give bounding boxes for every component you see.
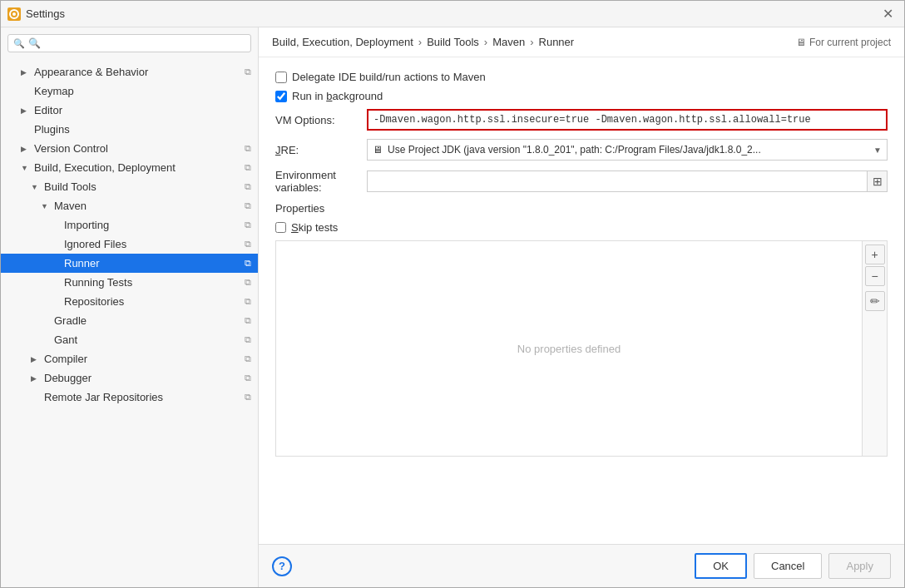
copy-icon: ⧉ bbox=[245, 296, 251, 307]
delegate-row: Delegate IDE build/run actions to Maven bbox=[275, 71, 888, 83]
sidebar-item-label: Editor bbox=[34, 104, 251, 116]
jre-select[interactable]: 🖥 Use Project JDK (java version "1.8.0_2… bbox=[367, 139, 888, 161]
copy-icon: ⧉ bbox=[245, 181, 251, 192]
remove-property-button[interactable]: − bbox=[865, 266, 885, 286]
jre-label: JRE: bbox=[275, 144, 367, 156]
sidebar-item-running-tests[interactable]: Running Tests ⧉ bbox=[1, 273, 258, 292]
settings-window: Settings ✕ 🔍 ▶ Appearance & Behavior ⧉ bbox=[0, 0, 905, 588]
sidebar-item-maven[interactable]: ▼ Maven ⧉ bbox=[1, 196, 258, 215]
no-properties-text: No properties defined bbox=[276, 241, 862, 456]
arrow-icon: ▶ bbox=[31, 355, 41, 363]
vm-options-row: VM Options: bbox=[275, 109, 888, 131]
copy-icon: ⧉ bbox=[245, 200, 251, 211]
arrow-icon: ▶ bbox=[21, 145, 31, 153]
sidebar-item-label: Build, Execution, Deployment bbox=[34, 161, 241, 174]
sidebar-item-label: Importing bbox=[64, 219, 241, 231]
for-project-label: 🖥 For current project bbox=[796, 37, 891, 48]
skip-tests-checkbox[interactable] bbox=[275, 222, 286, 233]
add-property-button[interactable]: + bbox=[865, 245, 885, 264]
sidebar-item-repositories[interactable]: Repositories ⧉ bbox=[1, 292, 258, 311]
sidebar-item-label: Runner bbox=[64, 257, 241, 269]
breadcrumb-sep: › bbox=[418, 36, 422, 48]
sidebar-item-gradle[interactable]: Gradle ⧉ bbox=[1, 311, 258, 330]
sidebar-item-label: Plugins bbox=[34, 123, 251, 136]
sidebar-item-label: Maven bbox=[54, 200, 241, 212]
arrow-icon: ▶ bbox=[21, 68, 31, 77]
sidebar-item-label: Keymap bbox=[34, 85, 251, 97]
vm-options-label: VM Options: bbox=[275, 114, 367, 126]
copy-icon: ⧉ bbox=[245, 334, 251, 345]
breadcrumb-sep: › bbox=[484, 36, 487, 48]
arrow-icon: ▼ bbox=[31, 183, 41, 191]
sidebar-item-remote-jar-repositories[interactable]: Remote Jar Repositories ⧉ bbox=[1, 388, 258, 407]
sidebar-item-label: Repositories bbox=[64, 295, 241, 308]
sidebar-item-label: Version Control bbox=[34, 142, 241, 155]
settings-content: Delegate IDE build/run actions to Maven … bbox=[259, 57, 904, 544]
breadcrumb: Build, Execution, Deployment › Build Too… bbox=[259, 27, 904, 57]
main-content: 🔍 ▶ Appearance & Behavior ⧉ Keymap ▶ bbox=[1, 27, 904, 587]
search-box[interactable]: 🔍 bbox=[7, 34, 251, 52]
vm-options-input[interactable] bbox=[367, 109, 888, 131]
sidebar-item-label: Appearance & Behavior bbox=[34, 66, 241, 78]
sidebar-item-label: Running Tests bbox=[64, 276, 241, 289]
skip-tests-row: Skip tests bbox=[275, 221, 888, 234]
sidebar-item-keymap[interactable]: Keymap bbox=[1, 82, 258, 101]
sidebar-item-runner[interactable]: Runner ⧉ bbox=[1, 254, 258, 273]
help-button[interactable]: ? bbox=[272, 556, 292, 576]
jre-select-icon: 🖥 bbox=[373, 144, 383, 156]
copy-icon: ⧉ bbox=[245, 67, 251, 77]
sidebar-item-version-control[interactable]: ▶ Version Control ⧉ bbox=[1, 139, 258, 158]
sidebar-item-label: Build Tools bbox=[44, 180, 241, 193]
main-panel: Build, Execution, Deployment › Build Too… bbox=[259, 27, 904, 587]
edit-property-button[interactable]: ✏ bbox=[865, 291, 885, 311]
sidebar-item-build-execution-deployment[interactable]: ▼ Build, Execution, Deployment ⧉ bbox=[1, 158, 258, 177]
env-vars-button[interactable]: ⊞ bbox=[867, 171, 887, 191]
properties-area: No properties defined bbox=[276, 241, 862, 456]
sidebar-item-plugins[interactable]: Plugins bbox=[1, 120, 258, 139]
close-button[interactable]: ✕ bbox=[878, 4, 898, 24]
titlebar: Settings ✕ bbox=[1, 1, 904, 27]
sidebar-item-compiler[interactable]: ▶ Compiler ⧉ bbox=[1, 349, 258, 368]
run-background-checkbox[interactable] bbox=[275, 91, 287, 102]
arrow-icon: ▼ bbox=[41, 202, 51, 210]
search-input[interactable] bbox=[28, 37, 245, 49]
footer-buttons: OK Cancel Apply bbox=[695, 553, 891, 579]
sidebar-item-label: Remote Jar Repositories bbox=[44, 391, 241, 403]
arrow-icon: ▶ bbox=[21, 106, 31, 115]
sidebar-item-label: Gant bbox=[54, 334, 241, 346]
search-icon: 🔍 bbox=[13, 38, 25, 49]
app-icon bbox=[7, 7, 21, 21]
sidebar: 🔍 ▶ Appearance & Behavior ⧉ Keymap ▶ bbox=[1, 27, 259, 587]
arrow-icon: ▶ bbox=[31, 374, 41, 383]
sidebar-item-editor[interactable]: ▶ Editor bbox=[1, 101, 258, 120]
copy-icon: ⧉ bbox=[245, 315, 251, 326]
apply-button[interactable]: Apply bbox=[828, 553, 891, 579]
properties-section: Properties Skip tests No properties defi… bbox=[275, 202, 888, 457]
delegate-checkbox[interactable] bbox=[275, 72, 287, 83]
copy-icon: ⧉ bbox=[245, 353, 251, 364]
ok-button[interactable]: OK bbox=[695, 553, 747, 579]
copy-icon: ⧉ bbox=[245, 143, 251, 154]
sidebar-item-label: Debugger bbox=[44, 372, 241, 384]
project-icon: 🖥 bbox=[796, 37, 806, 48]
sidebar-item-ignored-files[interactable]: Ignored Files ⧉ bbox=[1, 235, 258, 254]
copy-icon: ⧉ bbox=[245, 162, 251, 173]
sidebar-item-build-tools[interactable]: ▼ Build Tools ⧉ bbox=[1, 177, 258, 196]
footer: ? OK Cancel Apply bbox=[259, 544, 904, 587]
sidebar-item-importing[interactable]: Importing ⧉ bbox=[1, 215, 258, 235]
jre-row: JRE: 🖥 Use Project JDK (java version "1.… bbox=[275, 139, 888, 161]
titlebar-left: Settings bbox=[7, 7, 65, 21]
breadcrumb-part-4: Runner bbox=[539, 36, 575, 48]
cancel-button[interactable]: Cancel bbox=[754, 553, 822, 579]
sidebar-item-gant[interactable]: Gant ⧉ bbox=[1, 330, 258, 349]
sidebar-item-appearance-behavior[interactable]: ▶ Appearance & Behavior ⧉ bbox=[1, 62, 258, 82]
sidebar-item-label: Compiler bbox=[44, 353, 241, 365]
jre-value: Use Project JDK (java version "1.8.0_201… bbox=[388, 144, 868, 156]
breadcrumb-left: Build, Execution, Deployment › Build Too… bbox=[272, 36, 574, 48]
sidebar-item-label: Gradle bbox=[54, 314, 241, 327]
copy-icon: ⧉ bbox=[245, 239, 251, 250]
sidebar-item-debugger[interactable]: ▶ Debugger ⧉ bbox=[1, 368, 258, 388]
window-title: Settings bbox=[26, 7, 65, 20]
skip-tests-label: Skip tests bbox=[291, 221, 338, 234]
copy-icon: ⧉ bbox=[245, 258, 251, 269]
